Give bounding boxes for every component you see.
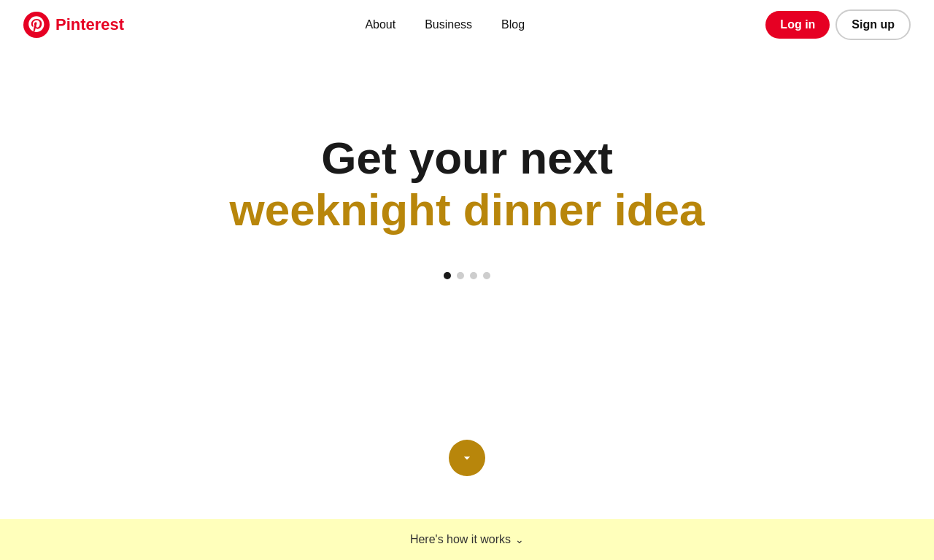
logo[interactable]: Pinterest <box>23 12 124 38</box>
nav-business[interactable]: Business <box>413 12 484 37</box>
nav-links: About Business Blog <box>353 12 536 37</box>
nav-actions: Log in Sign up <box>765 9 911 40</box>
navbar: Pinterest About Business Blog Log in Sig… <box>0 0 934 50</box>
nav-about[interactable]: About <box>353 12 407 37</box>
dot-1[interactable] <box>444 272 451 279</box>
pinterest-logo-icon <box>23 12 50 38</box>
how-it-works-text: Here's how it works <box>410 533 511 546</box>
logo-text: Pinterest <box>55 15 124 34</box>
hero-line1: Get your next <box>321 133 613 183</box>
how-it-works-chevron-icon: ⌄ <box>515 534 524 545</box>
scroll-down-button[interactable] <box>449 440 485 476</box>
how-it-works-bar[interactable]: Here's how it works ⌄ <box>0 519 934 560</box>
hero-line2: weeknight dinner idea <box>229 183 704 237</box>
nav-blog[interactable]: Blog <box>490 12 536 37</box>
hero-content: Get your next weeknight dinner idea <box>229 133 704 238</box>
slideshow-dots <box>444 272 490 279</box>
login-button[interactable]: Log in <box>765 11 830 39</box>
dot-4[interactable] <box>483 272 490 279</box>
dot-3[interactable] <box>470 272 477 279</box>
chevron-down-icon <box>460 451 474 465</box>
hero-section: Get your next weeknight dinner idea <box>0 0 934 560</box>
signup-button[interactable]: Sign up <box>835 9 911 40</box>
dot-2[interactable] <box>457 272 464 279</box>
